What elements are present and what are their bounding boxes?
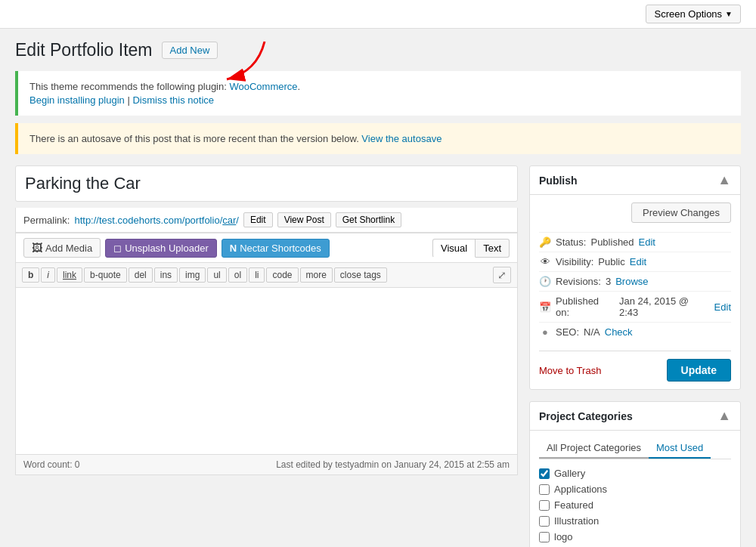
status-value: Published bbox=[590, 236, 634, 248]
illustration-checkbox[interactable] bbox=[539, 516, 550, 527]
permalink-label: Permalink: bbox=[23, 215, 70, 226]
revisions-value: 3 bbox=[606, 276, 611, 287]
editor-area[interactable] bbox=[16, 288, 517, 454]
permalink-url[interactable]: http://test.codehorts.com/portfolio/car/ bbox=[74, 215, 239, 226]
link-button[interactable]: link bbox=[57, 267, 82, 283]
editor-toolbar: 🖼 Add Media ◻ Unsplash Uploader N Nectar… bbox=[16, 233, 517, 263]
page-title: Edit Portfolio Item bbox=[15, 40, 153, 60]
visibility-value: Public bbox=[598, 256, 624, 267]
add-media-label: Add Media bbox=[45, 243, 92, 254]
status-edit-link[interactable]: Edit bbox=[639, 236, 655, 248]
publish-toggle-icon: ▲ bbox=[717, 172, 731, 188]
gallery-checkbox[interactable] bbox=[539, 468, 550, 479]
featured-checkbox[interactable] bbox=[539, 500, 550, 511]
applications-checkbox[interactable] bbox=[539, 484, 550, 495]
list-item: logo bbox=[539, 529, 731, 545]
post-title-input[interactable] bbox=[25, 174, 508, 193]
publish-metabox: Publish ▲ Preview Changes 🔑 Status: Publ… bbox=[529, 165, 741, 390]
logo-label: logo bbox=[554, 531, 573, 542]
dot-icon: ● bbox=[539, 326, 551, 338]
published-value: Jan 24, 2015 @ 2:43 bbox=[619, 295, 710, 318]
categories-toggle-icon: ▲ bbox=[717, 408, 731, 424]
categories-metabox-title: Project Categories bbox=[539, 410, 633, 422]
begin-installing-link[interactable]: Begin installing plugin bbox=[29, 94, 125, 106]
revisions-label: Revisions: bbox=[556, 276, 601, 287]
permalink-edit-button[interactable]: Edit bbox=[243, 212, 273, 227]
all-categories-tab[interactable]: All Project Categories bbox=[539, 438, 649, 459]
get-shortlink-button[interactable]: Get Shortlink bbox=[336, 212, 401, 227]
text-tab[interactable]: Text bbox=[476, 239, 510, 258]
nectar-label: Nectar Shortcodes bbox=[240, 243, 321, 254]
most-used-tab[interactable]: Most Used bbox=[649, 438, 711, 459]
seo-check-link[interactable]: Check bbox=[605, 326, 633, 338]
autosave-notice: There is an autosave of this post that i… bbox=[15, 123, 741, 154]
logo-checkbox[interactable] bbox=[539, 532, 550, 542]
add-new-button[interactable]: Add New bbox=[162, 42, 218, 59]
move-to-trash-link[interactable]: Move to Trash bbox=[539, 365, 601, 376]
eye-icon: 👁 bbox=[539, 256, 551, 267]
categories-metabox: Project Categories ▲ All Project Categor… bbox=[529, 401, 741, 547]
li-button[interactable]: li bbox=[249, 267, 265, 283]
ins-button[interactable]: ins bbox=[154, 267, 178, 283]
featured-label: Featured bbox=[554, 499, 593, 511]
nectar-shortcodes-button[interactable]: N Nectar Shortcodes bbox=[222, 239, 330, 258]
notice-text-after: . bbox=[298, 81, 301, 92]
revisions-row: 🕐 Revisions: 3 Browse bbox=[539, 271, 731, 291]
publish-metabox-title: Publish bbox=[539, 175, 578, 187]
visibility-row: 👁 Visibility: Public Edit bbox=[539, 252, 731, 271]
category-list: Gallery Applications Featured Illus bbox=[539, 465, 731, 545]
unsplash-label: Unsplash Uploader bbox=[125, 243, 209, 254]
img-button[interactable]: img bbox=[179, 267, 206, 283]
close-tags-button[interactable]: close tags bbox=[334, 267, 387, 283]
editor-box: 🖼 Add Media ◻ Unsplash Uploader N Nectar… bbox=[15, 233, 518, 475]
applications-label: Applications bbox=[554, 484, 607, 495]
publish-actions: Move to Trash Update bbox=[539, 351, 731, 382]
expand-editor-button[interactable]: ⤢ bbox=[493, 267, 511, 283]
categories-metabox-body: All Project Categories Most Used Gallery… bbox=[530, 431, 740, 547]
seo-row: ● SEO: N/A Check bbox=[539, 322, 731, 341]
bquote-button[interactable]: b-quote bbox=[84, 267, 127, 283]
dismiss-notice-link[interactable]: Dismiss this notice bbox=[132, 94, 214, 106]
code-button[interactable]: code bbox=[266, 267, 298, 283]
screen-options-button[interactable]: Screen Options ▼ bbox=[646, 5, 741, 23]
italic-button[interactable]: i bbox=[41, 267, 55, 283]
unsplash-uploader-button[interactable]: ◻ Unsplash Uploader bbox=[105, 239, 217, 258]
list-item: Gallery bbox=[539, 465, 731, 481]
view-autosave-link[interactable]: View the autosave bbox=[361, 133, 442, 144]
categories-metabox-header[interactable]: Project Categories ▲ bbox=[530, 402, 740, 431]
list-item: Applications bbox=[539, 481, 731, 497]
unsplash-icon: ◻ bbox=[113, 243, 122, 254]
preview-area: Preview Changes bbox=[539, 202, 731, 223]
add-media-button[interactable]: 🖼 Add Media bbox=[23, 238, 101, 258]
categories-tabs: All Project Categories Most Used bbox=[539, 438, 731, 459]
post-title-box bbox=[15, 165, 518, 202]
status-label: Status: bbox=[556, 236, 586, 248]
chevron-down-icon: ▼ bbox=[725, 10, 733, 18]
visibility-edit-link[interactable]: Edit bbox=[630, 256, 646, 267]
gallery-label: Gallery bbox=[554, 468, 585, 479]
visibility-label: Visibility: bbox=[556, 256, 593, 267]
word-count: Word count: 0 bbox=[23, 459, 79, 470]
published-label: Published on: bbox=[556, 295, 615, 318]
screen-options-label: Screen Options bbox=[654, 8, 722, 20]
key-icon: 🔑 bbox=[539, 236, 551, 248]
published-edit-link[interactable]: Edit bbox=[714, 301, 731, 313]
nectar-icon: N bbox=[230, 243, 237, 254]
editor-footer: Word count: 0 Last edited by testyadmin … bbox=[16, 454, 517, 474]
ul-button[interactable]: ul bbox=[207, 267, 226, 283]
update-button[interactable]: Update bbox=[667, 359, 731, 382]
preview-changes-button[interactable]: Preview Changes bbox=[631, 202, 731, 223]
revisions-browse-link[interactable]: Browse bbox=[615, 276, 648, 287]
del-button[interactable]: del bbox=[129, 267, 153, 283]
more-button[interactable]: more bbox=[300, 267, 333, 283]
publish-metabox-header[interactable]: Publish ▲ bbox=[530, 166, 740, 195]
format-bar: b i link b-quote del ins img ul ol li co… bbox=[16, 263, 517, 288]
plugin-name-link[interactable]: WooCommerce bbox=[229, 81, 297, 92]
ol-button[interactable]: ol bbox=[228, 267, 247, 283]
view-post-button[interactable]: View Post bbox=[277, 212, 331, 227]
list-item: Featured bbox=[539, 497, 731, 513]
calendar-icon: 📅 bbox=[539, 301, 551, 313]
bold-button[interactable]: b bbox=[22, 267, 39, 283]
visual-text-tabs: Visual Text bbox=[432, 239, 510, 258]
visual-tab[interactable]: Visual bbox=[432, 239, 476, 258]
